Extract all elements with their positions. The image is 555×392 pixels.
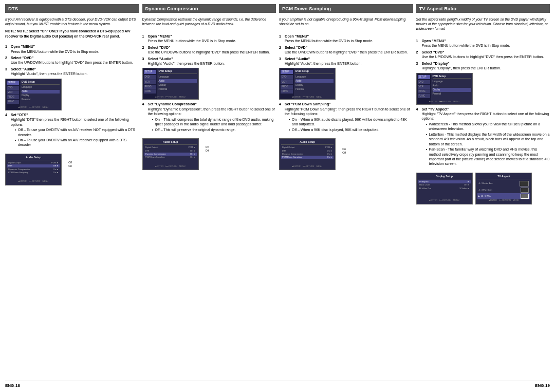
footer: ENG-18 ENG-19 [5, 381, 550, 388]
dts-option-0: Off – To use your DVD/TV with an A/V rec… [15, 127, 139, 137]
column-dts: DTS If your A/V receiver is equipped wit… [5, 4, 139, 379]
pcm-dvd-menu-screen: SETUP DVD VCR PROG FUNC DVD Setup Langua… [279, 68, 336, 100]
dc-option-0: On – This will compress the total dynami… [152, 117, 276, 127]
dts-intro: If your A/V receiver is equipped with a … [5, 17, 139, 26]
pcm-options: On – When a 96K audio disc is played, 96… [289, 117, 413, 132]
dc-intro: Dynamic Compression restrains the dynami… [142, 17, 276, 26]
dc-content: Dynamic Compression restrains the dynami… [142, 17, 276, 379]
tv-step4: 4 Set "TV Aspect" Highlight "TV Aspect" … [416, 107, 550, 167]
dts-header: DTS [5, 4, 139, 13]
pcm-step2: 2 Select "DVD" Use the UP/DOWN buttons t… [279, 45, 413, 55]
pcm-step4: 4 Set "PCM Down Sampling" Highlight "PCM… [279, 102, 413, 133]
tv-step2: 2 Select "DVD" Use the UP/DOWN buttons t… [416, 50, 550, 60]
tv-display-screen: Display Setup TV Aspect ► Black Level On… [416, 173, 473, 204]
pcm-option-1: Off – When a 96K disc is played, 96K wil… [289, 127, 413, 132]
column-dc: Dynamic Compression Dynamic Compression … [142, 4, 276, 379]
dc-step4: 4 Set "Dynamic Compression" Highlight "D… [142, 102, 276, 133]
tv-options: Widescreen - This method allows you to v… [426, 122, 550, 166]
pcm-step1: 1 Open "MENU" Press the MENU button whil… [279, 34, 413, 44]
tv-step1: 1 Open "MENU" Press the MENU button whil… [416, 39, 550, 48]
dc-step3: 3 Select "Audio" Highlight "Audio", then… [142, 57, 276, 66]
tv-content: Set the aspect ratio (length x width) of… [416, 17, 550, 379]
columns: DTS If your A/V receiver is equipped wit… [5, 4, 550, 379]
column-tv: TV Aspect Ratio Set the aspect ratio (le… [416, 4, 550, 379]
dts-audio-screen: Audio Setup Digital Output PCM ► DTS Off… [5, 154, 62, 185]
pcm-option-0: On – When a 96K audio disc is played, 96… [289, 117, 413, 127]
dts-step2: 2 Select "DVD" Use the UP/DOWN buttons t… [5, 55, 139, 65]
dc-options: On – This will compress the total dynami… [152, 117, 276, 132]
tv-option-0: Widescreen - This method allows you to v… [426, 122, 550, 132]
pcm-intro: If your amplifier is not capable of repr… [279, 17, 413, 26]
dts-step4: 4 Set "DTS" Highlight "DTS" then press t… [5, 113, 139, 148]
column-pcm: PCM Down Sampling If your amplifier is n… [279, 4, 413, 379]
pcm-step3: 3 Select "Audio" Highlight "Audio", then… [279, 57, 413, 66]
dts-option-1: On – To use your DVD/TV with an A/V rece… [15, 138, 139, 147]
tv-option-1: Letterbox - This method displays the ful… [426, 132, 550, 146]
dc-header: Dynamic Compression [142, 4, 276, 13]
dts-step3: 3 Select "Audio" Highlight "Audio", then… [5, 67, 139, 77]
dts-note: NOTE: NOTE: Select "On" ONLY if you have… [5, 29, 139, 38]
dc-step2: 2 Select "DVD" Use the UP/DOWN buttons t… [142, 45, 276, 55]
tv-aspect-screen: TV Aspect 4 : 3 Letter Box 4 : 3 Pan Sca… [475, 173, 532, 204]
dc-dvd-menu-screen: SETUP DVD VCR PROG FUNC DVD Setup Langua… [142, 68, 199, 100]
pcm-header: PCM Down Sampling [279, 4, 413, 13]
footer-right: ENG-19 [535, 383, 550, 388]
tv-option-2: Pan-Scan - The familiar way of watching … [426, 147, 550, 166]
dts-content: If your A/V receiver is equipped with a … [5, 17, 139, 379]
dc-step1: 1 Open "MENU" Press the MENU button whil… [142, 34, 276, 44]
dc-option-1: Off – This will preserve the original dy… [152, 127, 276, 132]
dc-audio-screen: Audio Setup Digital Output PCM ► DTS On … [142, 138, 199, 170]
dts-options: Off – To use your DVD/TV with an A/V rec… [15, 127, 139, 147]
pcm-audio-screen: Audio Setup Digital Output PCM ► DTS On … [279, 138, 336, 170]
tv-intro: Set the aspect ratio (length x width) of… [416, 17, 550, 31]
page: DTS If your A/V receiver is equipped wit… [0, 0, 555, 392]
tv-dvd-menu-screen: SETUP DVD VCR PROG FUNC DVD Setup Langua… [416, 73, 473, 105]
tv-step3: 3 Select "Display" Highlight "Display", … [416, 61, 550, 71]
dts-step1: 1 Open "MENU" Press the MENU button whil… [5, 44, 139, 54]
pcm-content: If your amplifier is not capable of repr… [279, 17, 413, 379]
dts-dvd-menu-screen: SETUP DVD VCR PROG FUNC DVD Setup Langua… [5, 79, 62, 110]
tv-header: TV Aspect Ratio [416, 4, 550, 13]
footer-left: ENG-18 [5, 383, 20, 388]
